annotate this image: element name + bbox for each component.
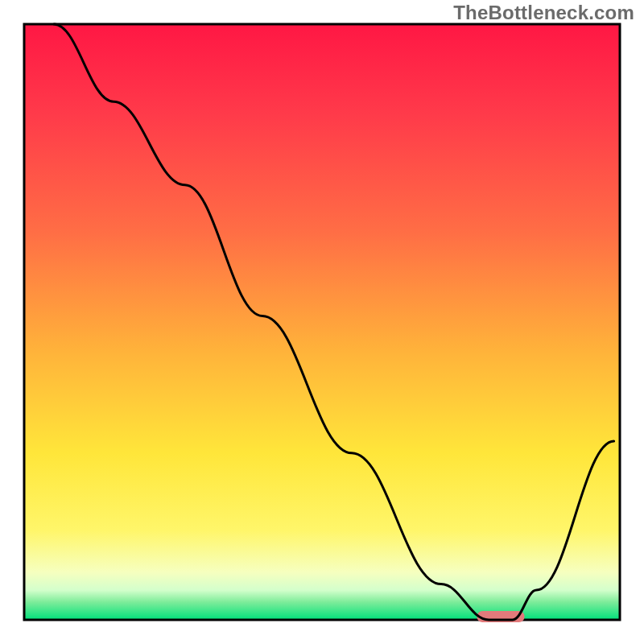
plot-background bbox=[24, 24, 620, 620]
chart-container: TheBottleneck.com bbox=[0, 0, 644, 644]
chart-svg bbox=[0, 0, 644, 644]
watermark-text: TheBottleneck.com bbox=[453, 2, 634, 24]
